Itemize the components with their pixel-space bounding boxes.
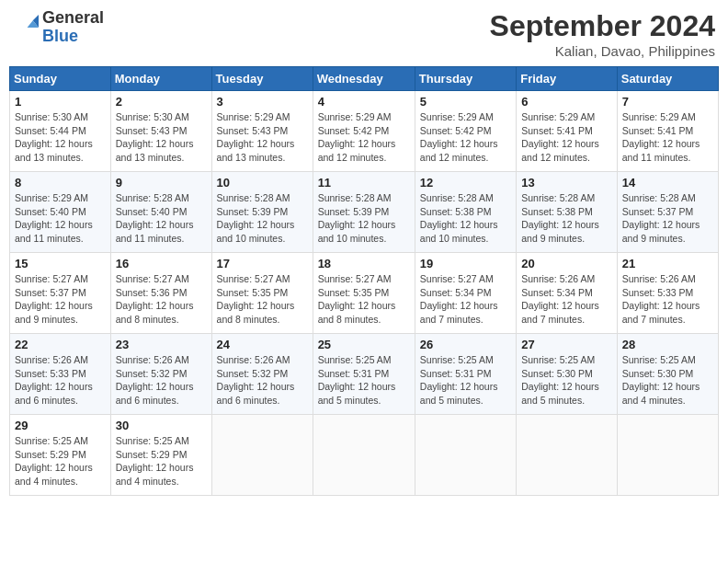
day-info: Sunrise: 5:28 AM Sunset: 5:39 PM Dayligh… [318, 191, 410, 246]
day-number: 23 [116, 338, 207, 351]
calendar-cell: 1Sunrise: 5:30 AM Sunset: 5:44 PM Daylig… [10, 91, 111, 172]
day-number: 28 [622, 338, 713, 351]
logo-icon [13, 15, 39, 40]
calendar-cell: 29Sunrise: 5:25 AM Sunset: 5:29 PM Dayli… [10, 415, 111, 496]
calendar-cell: 6Sunrise: 5:29 AM Sunset: 5:41 PM Daylig… [517, 91, 618, 172]
day-info: Sunrise: 5:27 AM Sunset: 5:36 PM Dayligh… [116, 272, 207, 327]
calendar-cell [211, 415, 313, 496]
day-number: 4 [318, 95, 410, 109]
day-number: 24 [217, 338, 308, 351]
calendar-cell [313, 415, 415, 496]
day-info: Sunrise: 5:27 AM Sunset: 5:35 PM Dayligh… [217, 272, 308, 327]
logo: General Blue [13, 9, 104, 46]
weekday-header: Thursday [415, 67, 516, 91]
day-info: Sunrise: 5:29 AM Sunset: 5:42 PM Dayligh… [420, 110, 511, 165]
calendar-table: SundayMondayTuesdayWednesdayThursdayFrid… [9, 66, 719, 496]
day-info: Sunrise: 5:30 AM Sunset: 5:43 PM Dayligh… [116, 110, 207, 165]
day-info: Sunrise: 5:29 AM Sunset: 5:41 PM Dayligh… [521, 110, 612, 165]
day-number: 7 [622, 95, 713, 109]
day-info: Sunrise: 5:29 AM Sunset: 5:41 PM Dayligh… [622, 110, 713, 165]
day-info: Sunrise: 5:27 AM Sunset: 5:37 PM Dayligh… [15, 272, 106, 327]
calendar-cell: 14Sunrise: 5:28 AM Sunset: 5:37 PM Dayli… [617, 172, 718, 253]
day-info: Sunrise: 5:27 AM Sunset: 5:35 PM Dayligh… [318, 272, 410, 327]
calendar-cell: 26Sunrise: 5:25 AM Sunset: 5:31 PM Dayli… [415, 334, 516, 415]
location: Kalian, Davao, Philippines [490, 43, 715, 59]
day-info: Sunrise: 5:25 AM Sunset: 5:29 PM Dayligh… [15, 434, 106, 488]
weekday-header: Sunday [10, 67, 111, 91]
day-info: Sunrise: 5:28 AM Sunset: 5:39 PM Dayligh… [217, 191, 308, 246]
month-title: September 2024 [490, 9, 715, 43]
day-info: Sunrise: 5:29 AM Sunset: 5:43 PM Dayligh… [217, 110, 308, 165]
calendar-cell: 30Sunrise: 5:25 AM Sunset: 5:29 PM Dayli… [110, 415, 211, 496]
day-number: 20 [521, 257, 612, 270]
calendar-cell: 3Sunrise: 5:29 AM Sunset: 5:43 PM Daylig… [211, 91, 313, 172]
day-number: 21 [622, 257, 713, 270]
weekday-header: Monday [110, 67, 211, 91]
calendar-cell: 9Sunrise: 5:28 AM Sunset: 5:40 PM Daylig… [110, 172, 211, 253]
calendar-cell: 16Sunrise: 5:27 AM Sunset: 5:36 PM Dayli… [110, 253, 211, 334]
day-info: Sunrise: 5:28 AM Sunset: 5:40 PM Dayligh… [116, 191, 207, 246]
day-info: Sunrise: 5:26 AM Sunset: 5:33 PM Dayligh… [15, 353, 106, 408]
week-row: 29Sunrise: 5:25 AM Sunset: 5:29 PM Dayli… [10, 415, 719, 496]
calendar-cell [517, 415, 618, 496]
weekday-header: Friday [517, 67, 618, 91]
calendar-cell: 4Sunrise: 5:29 AM Sunset: 5:42 PM Daylig… [313, 91, 415, 172]
day-number: 3 [217, 95, 308, 109]
calendar-cell: 19Sunrise: 5:27 AM Sunset: 5:34 PM Dayli… [415, 253, 516, 334]
day-number: 18 [318, 257, 410, 270]
calendar-cell: 28Sunrise: 5:25 AM Sunset: 5:30 PM Dayli… [617, 334, 718, 415]
calendar-cell: 27Sunrise: 5:25 AM Sunset: 5:30 PM Dayli… [517, 334, 618, 415]
day-number: 11 [318, 176, 410, 190]
calendar-cell [415, 415, 516, 496]
weekday-header-row: SundayMondayTuesdayWednesdayThursdayFrid… [10, 67, 719, 91]
week-row: 8Sunrise: 5:29 AM Sunset: 5:40 PM Daylig… [10, 172, 719, 253]
calendar-cell: 22Sunrise: 5:26 AM Sunset: 5:33 PM Dayli… [10, 334, 111, 415]
calendar-cell: 12Sunrise: 5:28 AM Sunset: 5:38 PM Dayli… [415, 172, 516, 253]
calendar-cell: 8Sunrise: 5:29 AM Sunset: 5:40 PM Daylig… [10, 172, 111, 253]
calendar-cell [617, 415, 718, 496]
day-number: 13 [521, 176, 612, 190]
title-block: September 2024 Kalian, Davao, Philippine… [490, 9, 715, 59]
day-number: 9 [116, 176, 207, 190]
day-number: 29 [15, 419, 106, 432]
day-info: Sunrise: 5:28 AM Sunset: 5:38 PM Dayligh… [420, 191, 511, 246]
calendar-cell: 7Sunrise: 5:29 AM Sunset: 5:41 PM Daylig… [617, 91, 718, 172]
day-number: 30 [116, 419, 207, 432]
day-number: 5 [420, 95, 511, 109]
day-info: Sunrise: 5:26 AM Sunset: 5:32 PM Dayligh… [116, 353, 207, 408]
day-info: Sunrise: 5:26 AM Sunset: 5:34 PM Dayligh… [521, 272, 612, 327]
day-info: Sunrise: 5:25 AM Sunset: 5:29 PM Dayligh… [116, 434, 207, 488]
day-info: Sunrise: 5:29 AM Sunset: 5:40 PM Dayligh… [15, 191, 106, 246]
calendar-cell: 2Sunrise: 5:30 AM Sunset: 5:43 PM Daylig… [110, 91, 211, 172]
day-info: Sunrise: 5:29 AM Sunset: 5:42 PM Dayligh… [318, 110, 410, 165]
day-number: 12 [420, 176, 511, 190]
day-number: 19 [420, 257, 511, 270]
page-header: General Blue September 2024 Kalian, Dava… [9, 9, 719, 59]
day-number: 14 [622, 176, 713, 190]
day-number: 2 [116, 95, 207, 109]
day-number: 22 [15, 338, 106, 351]
day-info: Sunrise: 5:30 AM Sunset: 5:44 PM Dayligh… [15, 110, 106, 165]
calendar-cell: 15Sunrise: 5:27 AM Sunset: 5:37 PM Dayli… [10, 253, 111, 334]
calendar-cell: 17Sunrise: 5:27 AM Sunset: 5:35 PM Dayli… [211, 253, 313, 334]
day-number: 15 [15, 257, 106, 270]
calendar-cell: 24Sunrise: 5:26 AM Sunset: 5:32 PM Dayli… [211, 334, 313, 415]
calendar-cell: 5Sunrise: 5:29 AM Sunset: 5:42 PM Daylig… [415, 91, 516, 172]
logo-text: General Blue [42, 9, 104, 46]
day-info: Sunrise: 5:26 AM Sunset: 5:32 PM Dayligh… [217, 353, 308, 408]
day-number: 25 [318, 338, 410, 351]
day-number: 1 [15, 95, 106, 109]
calendar-cell: 13Sunrise: 5:28 AM Sunset: 5:38 PM Dayli… [517, 172, 618, 253]
day-info: Sunrise: 5:27 AM Sunset: 5:34 PM Dayligh… [420, 272, 511, 327]
day-number: 27 [521, 338, 612, 351]
day-number: 16 [116, 257, 207, 270]
week-row: 15Sunrise: 5:27 AM Sunset: 5:37 PM Dayli… [10, 253, 719, 334]
day-number: 26 [420, 338, 511, 351]
day-info: Sunrise: 5:28 AM Sunset: 5:37 PM Dayligh… [622, 191, 713, 246]
day-info: Sunrise: 5:26 AM Sunset: 5:33 PM Dayligh… [622, 272, 713, 327]
weekday-header: Saturday [617, 67, 718, 91]
day-info: Sunrise: 5:25 AM Sunset: 5:31 PM Dayligh… [420, 353, 511, 408]
day-info: Sunrise: 5:25 AM Sunset: 5:30 PM Dayligh… [622, 353, 713, 408]
calendar-cell: 10Sunrise: 5:28 AM Sunset: 5:39 PM Dayli… [211, 172, 313, 253]
day-number: 8 [15, 176, 106, 190]
